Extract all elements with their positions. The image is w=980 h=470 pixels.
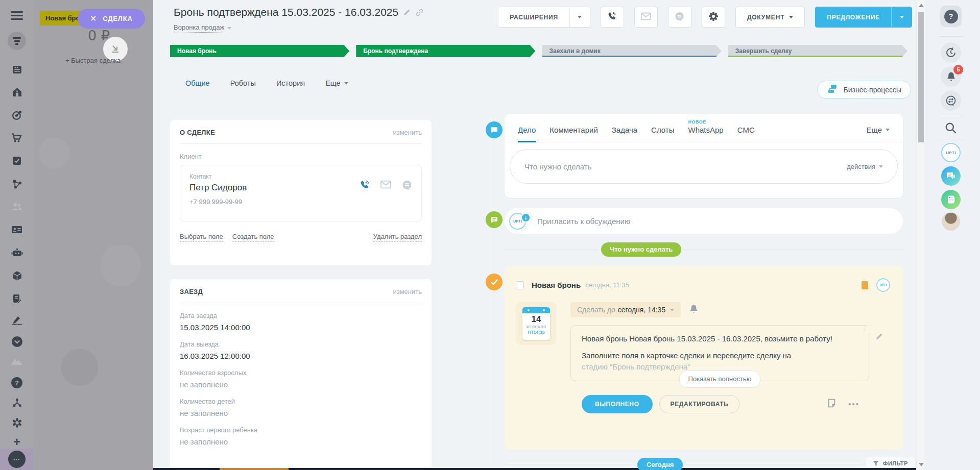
link-icon[interactable] bbox=[416, 9, 423, 16]
robot-icon[interactable] bbox=[0, 248, 34, 258]
integrations-icon[interactable] bbox=[0, 179, 34, 189]
scroll-down-arrow[interactable] bbox=[919, 463, 924, 466]
field-value[interactable]: 16.03.2025 12:00:00 bbox=[180, 352, 422, 360]
delete-section-link[interactable]: Удалить раздел bbox=[373, 233, 422, 242]
choose-field-link[interactable]: Выбрать поле bbox=[180, 233, 223, 242]
call-contact-icon[interactable] bbox=[360, 180, 370, 192]
pipeline-selector[interactable]: Воронка продаж bbox=[174, 23, 231, 33]
edit-title-icon[interactable] bbox=[403, 9, 411, 16]
tab-general[interactable]: Общие bbox=[185, 79, 210, 87]
tab-history[interactable]: История bbox=[276, 79, 305, 87]
show-full-button[interactable]: Показать полностью bbox=[679, 370, 761, 387]
warehouse-icon[interactable] bbox=[0, 87, 34, 97]
edit-note-icon[interactable] bbox=[876, 332, 883, 343]
today-pill[interactable]: Сегодня bbox=[637, 458, 683, 470]
feed-tab-sms[interactable]: СМС bbox=[737, 126, 755, 134]
goals-target-icon[interactable] bbox=[0, 110, 34, 120]
edit-task-button[interactable]: РЕДАКТИРОВАТЬ bbox=[659, 395, 740, 413]
team-icon[interactable] bbox=[0, 202, 34, 212]
notifications-button[interactable]: 5 bbox=[925, 66, 976, 87]
collapse-circle-icon[interactable] bbox=[0, 336, 34, 348]
feed-tab-task-note[interactable]: Дело bbox=[518, 126, 536, 134]
products-cube-icon[interactable] bbox=[0, 270, 34, 281]
extensions-dropdown[interactable] bbox=[569, 7, 590, 27]
docs-app-button[interactable] bbox=[925, 190, 976, 209]
mail-contact-icon[interactable] bbox=[380, 180, 391, 191]
help-circle-icon[interactable]: ? bbox=[0, 377, 34, 389]
chat-button[interactable] bbox=[668, 7, 691, 28]
chats-app-button[interactable] bbox=[925, 166, 976, 186]
feed-tab-more[interactable]: Еще bbox=[866, 126, 890, 134]
document-app-icon bbox=[941, 190, 961, 209]
edit-section-link[interactable]: изменить bbox=[393, 288, 422, 295]
quick-deal-button[interactable]: + Быстрая сделка bbox=[65, 57, 121, 64]
settings-gear-icon[interactable] bbox=[0, 417, 34, 428]
reminder-bell-icon[interactable] bbox=[689, 304, 698, 316]
tab-robots[interactable]: Роботы bbox=[230, 79, 256, 87]
page-title: Бронь подтверждена 15.03.2025 - 16.03.20… bbox=[174, 6, 398, 18]
document-button[interactable]: ДОКУМЕНТ bbox=[735, 7, 805, 28]
contact-card[interactable]: Контакт Петр Сидоров +7 999 999-99-99 bbox=[180, 165, 422, 221]
scroll-up-arrow[interactable] bbox=[919, 4, 924, 7]
create-field-link[interactable]: Создать поле bbox=[232, 233, 274, 242]
business-processes-button[interactable]: Бизнес-процессы bbox=[817, 81, 911, 98]
feed-tab-task[interactable]: Задача bbox=[612, 126, 637, 134]
profile-avatar[interactable]: ⋯ bbox=[8, 451, 26, 468]
tasks-calendar-icon[interactable] bbox=[0, 64, 34, 75]
signature-icon[interactable] bbox=[0, 315, 34, 326]
call-button[interactable] bbox=[601, 7, 624, 28]
add-plus-icon[interactable]: + bbox=[0, 435, 34, 449]
proposal-button[interactable]: ПРЕДЛОЖЕНИЕ bbox=[815, 7, 912, 28]
menu-icon[interactable] bbox=[0, 9, 34, 22]
tab-more[interactable]: Еще bbox=[325, 79, 348, 87]
partner-widget-button[interactable]: UPTI bbox=[925, 143, 976, 162]
main-scrollbar[interactable] bbox=[916, 0, 925, 470]
section-title: ЗАЕЗД bbox=[180, 288, 203, 295]
proposal-dropdown[interactable] bbox=[891, 7, 912, 27]
copy-note-icon[interactable] bbox=[827, 399, 836, 410]
left-nav-rail: ? + ⋯ bbox=[0, 0, 34, 470]
calendar-widget[interactable]: 14 ФЕВРАЛЯ ПТ14:35 bbox=[522, 307, 550, 340]
scrollbar-thumb[interactable] bbox=[918, 12, 924, 142]
task-checkbox[interactable] bbox=[516, 281, 524, 289]
contact-name[interactable]: Петр Сидоров bbox=[189, 183, 247, 193]
contacts-card-icon[interactable] bbox=[0, 225, 34, 235]
conversations-button[interactable] bbox=[925, 90, 976, 111]
stage-checked-in[interactable]: Заехали в домик bbox=[542, 45, 722, 57]
composer-actions-dropdown[interactable]: действия bbox=[847, 163, 883, 170]
user-avatar[interactable] bbox=[925, 212, 976, 231]
stage-close-deal[interactable]: Завершить сделку bbox=[728, 45, 907, 57]
stage-new-booking[interactable]: Новая бронь bbox=[170, 45, 349, 57]
task-color-flag[interactable] bbox=[862, 281, 868, 289]
add-participant-icon[interactable]: + bbox=[521, 213, 531, 222]
documents-edit-icon[interactable] bbox=[0, 293, 34, 304]
stage-booking-confirmed[interactable]: Бронь подтверждена bbox=[356, 45, 535, 57]
feed-tab-slots[interactable]: Слоты bbox=[651, 126, 674, 134]
task-author-avatar[interactable]: UPTI bbox=[876, 278, 890, 291]
more-options-icon[interactable]: ••• bbox=[848, 402, 859, 407]
feed-tab-comment[interactable]: Комментарий bbox=[549, 126, 597, 134]
share-nodes-icon[interactable] bbox=[0, 398, 34, 408]
tasks-check-icon[interactable] bbox=[0, 156, 34, 166]
filter-icon[interactable] bbox=[0, 32, 34, 50]
composer-input[interactable] bbox=[524, 162, 847, 171]
settings-button[interactable] bbox=[702, 7, 725, 28]
feed-tab-whatsapp[interactable]: НОВОЕ WhatsApp bbox=[688, 126, 724, 134]
field-value[interactable]: не заполнено bbox=[180, 437, 422, 446]
invite-discussion-row[interactable]: UPTI + Пригласить к обсуждению bbox=[505, 208, 903, 234]
close-deal-button[interactable]: ✕ СДЕЛКА bbox=[78, 9, 145, 29]
field-value[interactable]: не заполнено bbox=[180, 380, 422, 389]
field-value[interactable]: 15.03.2025 14:00:00 bbox=[180, 323, 422, 332]
search-button[interactable] bbox=[925, 121, 976, 135]
due-date-dropdown[interactable]: Сделать до сегодня, 14:35 bbox=[570, 302, 681, 317]
complete-task-button[interactable]: ВЫПОЛНЕНО bbox=[582, 395, 653, 413]
field-value[interactable]: не заполнено bbox=[180, 409, 422, 417]
history-button[interactable] bbox=[925, 42, 976, 63]
purchases-cart-icon[interactable] bbox=[0, 133, 34, 143]
help-button[interactable]: ? bbox=[925, 6, 976, 27]
mail-button[interactable] bbox=[634, 7, 658, 28]
contact-phone[interactable]: +7 999 999-99-99 bbox=[189, 198, 247, 206]
edit-section-link[interactable]: изменить bbox=[393, 129, 422, 136]
extensions-button[interactable]: РАСШИРЕНИЯ bbox=[498, 7, 590, 28]
chat-contact-icon[interactable] bbox=[402, 180, 412, 192]
